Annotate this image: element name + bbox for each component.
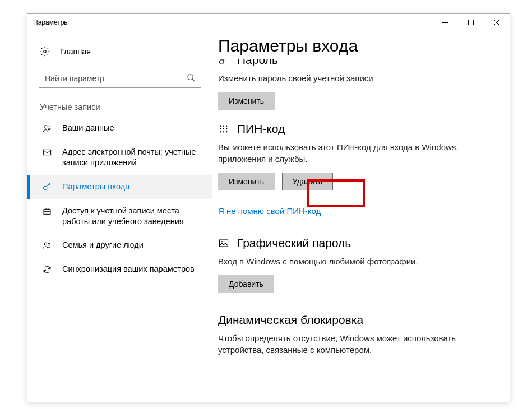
svg-point-3: [188, 75, 193, 80]
password-change-button[interactable]: Изменить: [218, 92, 275, 110]
page-title: Параметры входа: [218, 36, 494, 55]
settings-window: Параметры Главная: [27, 13, 510, 402]
svg-point-16: [226, 128, 227, 129]
svg-point-2: [44, 50, 47, 53]
svg-point-4: [44, 126, 47, 128]
sidebar-item-label: Семья и другие люди: [62, 240, 200, 250]
section-dynamic-label: Динамическая блокировка: [218, 313, 363, 327]
sidebar-item-sync[interactable]: Синхронизация ваших параметров: [27, 257, 212, 281]
section-pin-label: ПИН-код: [237, 122, 285, 136]
sidebar-item-your-info[interactable]: Ваши данные: [27, 116, 212, 140]
sidebar-item-work-access[interactable]: Доступ к учетной записи места работы или…: [27, 199, 212, 234]
keypad-icon: [218, 123, 229, 134]
section-password-heading: Пароль: [218, 59, 494, 67]
people-icon: [42, 240, 52, 250]
main-panel: Параметры входа Пароль Изменить пароль с…: [212, 31, 510, 402]
svg-point-17: [220, 131, 221, 132]
minimize-button[interactable]: [432, 14, 458, 31]
window-title: Параметры: [33, 18, 69, 26]
person-icon: [42, 123, 52, 133]
sidebar-item-label: Адрес электронной почты; учетные записи …: [62, 147, 200, 168]
svg-rect-0: [442, 22, 448, 23]
pin-desc: Вы можете использовать этот ПИН-код для …: [218, 141, 494, 165]
section-picture-heading: Графический пароль: [218, 236, 494, 250]
svg-point-10: [220, 60, 224, 64]
sidebar-home-label: Главная: [60, 47, 91, 56]
svg-point-13: [226, 126, 227, 127]
dynamic-desc: Чтобы определять отсутствие, Windows мож…: [218, 332, 494, 356]
sidebar-item-email[interactable]: Адрес электронной почты; учетные записи …: [27, 140, 212, 175]
pin-change-button[interactable]: Изменить: [218, 173, 275, 190]
mail-icon: [42, 147, 52, 157]
sync-icon: [42, 264, 52, 275]
svg-rect-20: [220, 240, 228, 247]
svg-rect-1: [469, 20, 474, 25]
picture-add-button[interactable]: Добавить: [218, 275, 274, 293]
pin-remove-button[interactable]: Удалить: [282, 173, 333, 190]
svg-point-15: [223, 128, 224, 129]
section-pin-heading: ПИН-код: [218, 122, 494, 136]
sidebar: Главная Учетные записи Ваши: [27, 31, 212, 402]
titlebar: Параметры: [27, 14, 510, 31]
key-icon: [218, 59, 229, 67]
section-picture-label: Графический пароль: [237, 236, 351, 250]
close-button[interactable]: [484, 14, 510, 31]
gear-icon: [40, 47, 50, 57]
svg-point-11: [220, 126, 221, 127]
briefcase-icon: [42, 206, 52, 216]
svg-point-8: [44, 243, 47, 245]
sidebar-item-label: Ваши данные: [62, 123, 200, 133]
password-desc: Изменить пароль своей учетной записи: [218, 72, 494, 84]
svg-point-14: [220, 128, 221, 129]
sidebar-home[interactable]: Главная: [27, 42, 212, 61]
sidebar-item-family[interactable]: Семья и другие люди: [27, 233, 212, 257]
search-input[interactable]: [39, 69, 201, 88]
maximize-button[interactable]: [458, 14, 484, 31]
svg-point-18: [223, 131, 224, 132]
picture-desc: Вход в Windows с помощью любимой фотогра…: [218, 255, 494, 267]
section-password-label: Пароль: [237, 59, 278, 67]
sidebar-item-label: Синхронизация ваших параметров: [62, 264, 200, 275]
content: Главная Учетные записи Ваши: [27, 31, 510, 402]
svg-point-12: [223, 126, 224, 127]
sidebar-item-label: Доступ к учетной записи места работы или…: [62, 206, 200, 227]
picture-icon: [218, 238, 229, 249]
key-icon: [42, 182, 52, 192]
search-icon: [187, 73, 196, 82]
sidebar-category: Учетные записи: [27, 98, 212, 116]
search-wrap: [39, 69, 201, 88]
window-controls: [432, 14, 510, 31]
pin-forgot-link[interactable]: Я не помню свой ПИН-код: [218, 206, 321, 216]
svg-point-9: [48, 243, 50, 245]
svg-rect-5: [43, 150, 50, 155]
sidebar-item-signin-options[interactable]: Параметры входа: [27, 175, 212, 199]
svg-point-19: [226, 131, 227, 132]
section-dynamic-heading: Динамическая блокировка: [218, 313, 494, 327]
sidebar-item-label: Параметры входа: [62, 182, 200, 192]
svg-point-6: [43, 186, 47, 190]
